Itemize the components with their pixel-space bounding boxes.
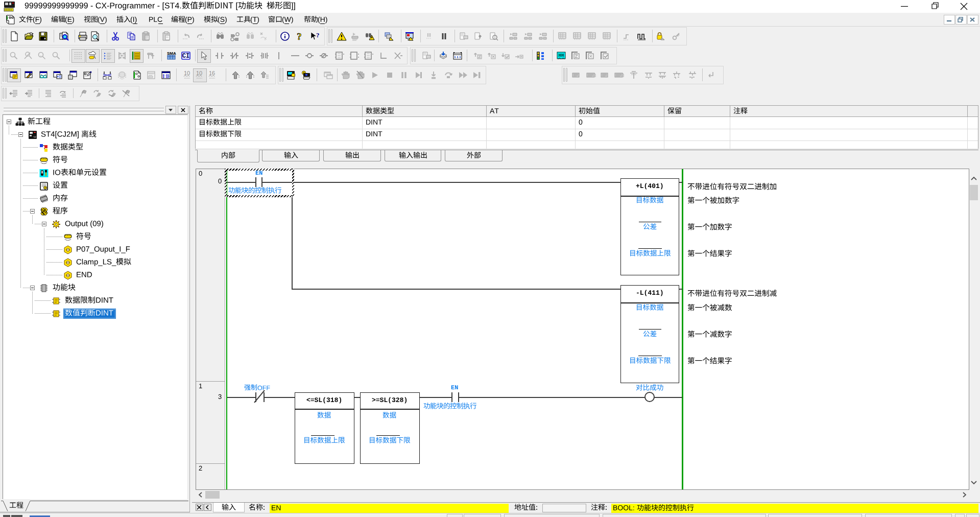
svg-text:10: 10	[196, 70, 202, 76]
svg-text:0.02: 0.02	[162, 76, 169, 79]
svg-text:16: 16	[209, 70, 215, 76]
svg-text:HH: HH	[559, 53, 564, 58]
svg-text:CI: CI	[182, 53, 189, 60]
svg-text:?: ?	[297, 31, 302, 41]
svg-text:10: 10	[184, 70, 190, 76]
svg-text:?: ?	[316, 31, 319, 39]
